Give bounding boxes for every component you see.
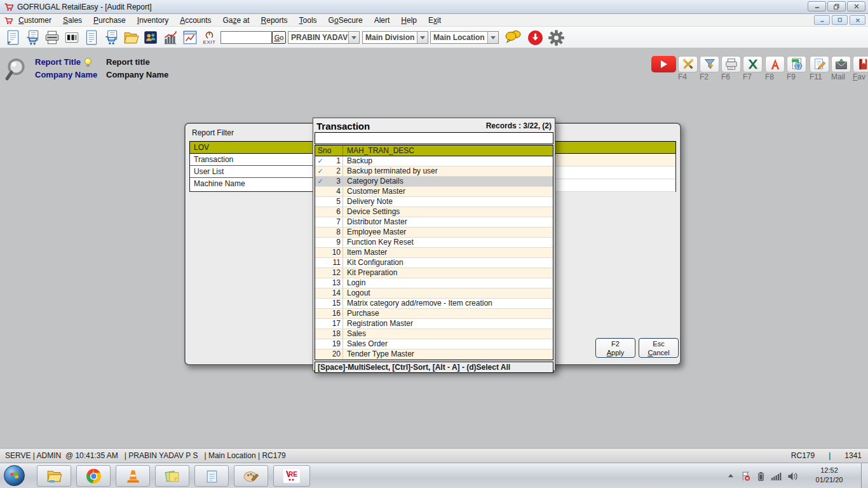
gear-icon[interactable] — [548, 29, 565, 48]
transaction-row[interactable]: 6Device Settings — [315, 207, 553, 217]
check-icon: ✓ — [315, 177, 325, 186]
taskbar-retaileasy[interactable]: RE — [273, 465, 310, 487]
menu-item-tools[interactable]: Tools — [294, 16, 323, 25]
mdi-restore-button[interactable] — [832, 15, 848, 25]
user-combo[interactable]: PRABIN YADAV P — [288, 31, 360, 44]
tools-icon — [678, 56, 698, 72]
check-icon — [315, 288, 325, 298]
app-window: GOFRUGAL RetailEasy - [Audit Report] Cus… — [0, 0, 868, 488]
transaction-row[interactable]: 20Tender Type Master — [315, 349, 553, 360]
cancel-button[interactable]: EscCancel — [639, 338, 679, 358]
go-button[interactable]: Go — [272, 31, 286, 44]
users-icon[interactable] — [140, 28, 160, 47]
chevron-down-icon[interactable] — [417, 32, 428, 43]
menu-item-gosecure[interactable]: GoSecure — [323, 16, 369, 25]
menu-item-alert[interactable]: Alert — [369, 16, 396, 25]
barcode-icon[interactable] — [62, 28, 81, 47]
apply-button[interactable]: F2Apply — [595, 338, 635, 358]
taskbar-vlc-player[interactable] — [116, 465, 150, 487]
transaction-row[interactable]: 9Function Key Reset — [315, 238, 553, 248]
transaction-row[interactable]: ✓1Backup — [315, 156, 553, 166]
menu-item-exit[interactable]: Exit — [423, 16, 447, 25]
chat-bubbles-icon[interactable] — [505, 29, 522, 46]
export-pdf-button[interactable]: F8 — [765, 56, 785, 81]
taskbar-sticky-notes[interactable] — [155, 465, 189, 487]
menu-item-reports[interactable]: Reports — [255, 16, 294, 25]
menu-item-purchase[interactable]: Purchase — [88, 16, 132, 25]
menu-item-accounts[interactable]: Accounts — [174, 16, 217, 25]
transaction-row-selected[interactable]: ✓3Category Details — [315, 177, 553, 187]
action-center-flag[interactable] — [740, 471, 751, 482]
settings-tools-button[interactable]: F4 — [678, 56, 698, 81]
printer-icon[interactable] — [42, 28, 62, 47]
user-combo-value: PRABIN YADAV P — [288, 32, 348, 43]
division-combo[interactable]: Main Division — [362, 31, 428, 44]
mdi-minimize-button[interactable] — [814, 15, 830, 25]
transaction-row[interactable]: 17Registration Master — [315, 319, 553, 329]
popup-search-input[interactable] — [315, 132, 553, 144]
network-signal-icon[interactable] — [771, 471, 782, 481]
location-combo[interactable]: Main Location — [430, 31, 499, 44]
menu-item-customer[interactable]: Customer — [13, 16, 57, 25]
invoice-icon[interactable] — [3, 28, 22, 47]
volume-icon[interactable] — [787, 471, 798, 481]
transaction-row[interactable]: 10Item Master — [315, 248, 553, 258]
check-icon — [315, 197, 325, 207]
menu-item-sales[interactable]: Sales — [57, 16, 88, 25]
toolbar-search-input[interactable] — [220, 31, 272, 44]
menu-item-inventory[interactable]: Inventory — [132, 16, 174, 25]
exit-power-icon[interactable]: EXIT — [200, 28, 219, 47]
edit-page-icon — [810, 56, 829, 72]
menu-item-gaze-at[interactable]: Gaze at — [217, 16, 255, 25]
chevron-down-icon[interactable] — [348, 32, 359, 43]
transaction-row[interactable]: 4Customer Master — [315, 187, 553, 197]
transaction-row[interactable]: 8Employee Master — [315, 227, 553, 238]
chevron-down-icon[interactable] — [487, 32, 498, 43]
menu-item-help[interactable]: Help — [395, 16, 423, 25]
transaction-row[interactable]: 12Kit Preparation — [315, 268, 553, 278]
favorites-button[interactable]: Fav — [853, 56, 868, 81]
restore-button[interactable] — [827, 1, 846, 11]
transaction-row[interactable]: 11Kit Configuration — [315, 258, 553, 268]
html-icon — [787, 56, 806, 72]
sales-cart-icon[interactable] — [22, 28, 42, 47]
export-excel-button[interactable]: F7 — [743, 56, 763, 81]
transaction-row[interactable]: 7Distributor Master — [315, 217, 553, 227]
youtube-button[interactable] — [651, 56, 677, 72]
purchase-cart-icon[interactable] — [101, 28, 121, 47]
taskbar-google-chrome[interactable] — [76, 465, 111, 487]
chart-window-icon[interactable] — [180, 28, 200, 47]
taskbar-clock[interactable]: 12:52 01/21/20 — [804, 466, 854, 485]
export-html-button[interactable]: F9 — [787, 56, 807, 81]
open-folder-icon[interactable] — [121, 28, 140, 47]
close-button[interactable] — [847, 1, 865, 11]
taskbar-paint[interactable] — [234, 465, 268, 487]
transaction-row[interactable]: 16Purchase — [315, 309, 553, 319]
filter-flash-icon — [700, 56, 719, 72]
print-button[interactable]: F6 — [721, 56, 742, 81]
show-desktop-button[interactable] — [861, 463, 868, 488]
mdi-close-button[interactable] — [850, 15, 865, 25]
transaction-row[interactable]: 15Matrix category add/remove - Item crea… — [315, 299, 553, 309]
transaction-row[interactable]: 19Sales Order — [315, 339, 553, 349]
taskbar-windows-explorer[interactable] — [37, 465, 71, 487]
start-button[interactable] — [4, 465, 25, 486]
transaction-row[interactable]: 13Login — [315, 278, 553, 288]
mail-button[interactable]: Mail — [831, 56, 851, 81]
taskbar-notepad[interactable] — [194, 465, 229, 487]
download-red-icon[interactable] — [527, 30, 543, 48]
transaction-row[interactable]: 18Sales — [315, 329, 553, 339]
bar-chart-icon[interactable] — [160, 28, 180, 47]
hidden-icons-arrow[interactable] — [727, 472, 735, 480]
transaction-row[interactable]: 14Logout — [315, 288, 553, 299]
edit-report-button[interactable]: F11 — [810, 56, 830, 81]
battery-icon[interactable] — [757, 471, 765, 482]
status-separator: | — [829, 451, 831, 460]
transaction-row[interactable]: 5Delivery Note — [315, 197, 553, 207]
notepad-icon — [204, 468, 220, 484]
filter-button[interactable]: F2 — [700, 56, 720, 81]
document-list-icon[interactable] — [81, 28, 101, 47]
minimize-button[interactable] — [808, 1, 826, 11]
close-icon — [853, 3, 860, 10]
transaction-row[interactable]: ✓2Backup terminated by user — [315, 166, 553, 177]
